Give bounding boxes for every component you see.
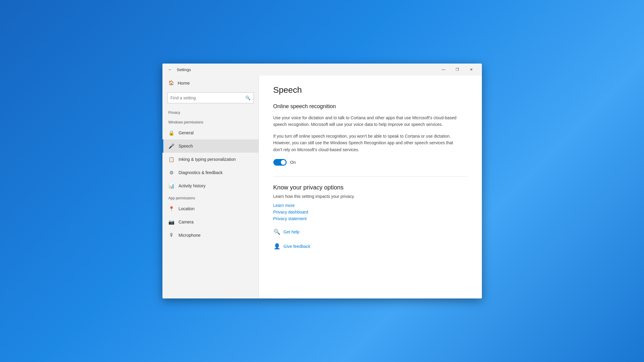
sidebar-item-home[interactable]: 🏠 Home [162,76,259,90]
privacy-subtitle: Learn how this setting impacts your priv… [273,194,467,199]
lock-icon: 🔒 [168,130,174,136]
get-help-icon: 🔍 [273,228,281,236]
sidebar-item-microphone-label: Microphone [179,233,201,238]
give-feedback-link[interactable]: Give feedback [284,244,311,249]
description-1: Use your voice for dictation and to talk… [273,114,460,128]
location-icon: 📍 [168,206,174,212]
privacy-statement-link[interactable]: Privacy statement [273,216,467,221]
sidebar-item-activity[interactable]: 📊 Activity history [162,179,259,192]
privacy-label: Privacy [162,107,259,117]
search-box: 🔍 [167,92,254,103]
sidebar-item-microphone[interactable]: 🎙 Microphone [162,229,259,242]
window-controls: — ❐ ✕ [437,65,478,74]
minimize-button[interactable]: — [437,65,451,74]
description-2: If you turn off online speech recognitio… [273,133,460,153]
close-button[interactable]: ✕ [464,65,478,74]
privacy-dashboard-link[interactable]: Privacy dashboard [273,210,467,214]
window-title: Settings [177,67,437,72]
microphone-icon: 🎙 [168,232,174,238]
section-divider [273,176,467,177]
diagnostics-icon: ⚙ [168,170,174,176]
sidebar-item-location[interactable]: 📍 Location [162,202,259,215]
sidebar-item-inking-label: Inking & typing personalization [179,157,236,162]
settings-window: ← Settings — ❐ ✕ 🏠 Home 🔍 Privacy Window… [162,64,482,298]
camera-icon: 📷 [168,219,174,225]
learn-more-link[interactable]: Learn more [273,203,467,208]
page-title: Speech [273,85,467,95]
get-help-row: 🔍 Get help [273,228,467,236]
title-bar: ← Settings — ❐ ✕ [162,64,482,76]
sidebar-item-camera[interactable]: 📷 Camera [162,215,259,229]
sidebar: 🏠 Home 🔍 Privacy Windows permissions 🔒 G… [162,76,259,298]
sidebar-item-activity-label: Activity history [179,183,206,188]
give-feedback-row: 👤 Give feedback [273,243,467,250]
inking-icon: 📋 [168,156,174,162]
activity-icon: 📊 [168,183,174,189]
section2-title: Know your privacy options [273,184,467,191]
sidebar-item-speech[interactable]: 🎤 Speech [162,139,259,153]
home-label: Home [178,80,190,86]
section1-title: Online speech recognition [273,103,467,110]
sidebar-item-speech-label: Speech [179,144,193,148]
sidebar-item-location-label: Location [179,206,195,211]
main-content: Speech Online speech recognition Use you… [259,76,482,298]
sidebar-item-diagnostics[interactable]: ⚙ Diagnostics & feedback [162,166,259,179]
maximize-button[interactable]: ❐ [451,65,464,74]
speech-icon: 🎤 [168,143,174,149]
sidebar-item-general[interactable]: 🔒 General [162,126,259,139]
get-help-link[interactable]: Get help [284,229,300,234]
search-icon[interactable]: 🔍 [245,95,250,100]
give-feedback-icon: 👤 [273,243,281,250]
window-body: 🏠 Home 🔍 Privacy Windows permissions 🔒 G… [162,76,482,298]
sidebar-item-inking[interactable]: 📋 Inking & typing personalization [162,153,259,166]
speech-toggle[interactable] [273,159,287,166]
sidebar-item-diagnostics-label: Diagnostics & feedback [179,170,223,175]
windows-permissions-header: Windows permissions [162,117,259,126]
toggle-label: On [290,160,296,165]
sidebar-item-camera-label: Camera [179,220,194,224]
back-button[interactable]: ← [166,65,174,74]
search-input[interactable] [171,95,243,100]
app-permissions-header: App permissions [162,192,259,202]
toggle-row: On [273,159,467,166]
sidebar-item-general-label: General [179,130,194,135]
home-icon: 🏠 [168,80,174,86]
